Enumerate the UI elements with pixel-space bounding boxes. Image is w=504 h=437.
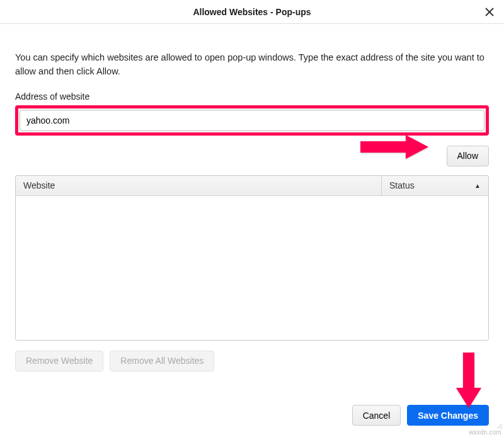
table-header: Website Status ▲ xyxy=(16,176,488,196)
svg-line-4 xyxy=(497,424,502,429)
cancel-button[interactable]: Cancel xyxy=(352,405,401,426)
titlebar: Allowed Websites - Pop-ups xyxy=(0,0,504,24)
close-icon xyxy=(484,7,495,17)
close-button[interactable] xyxy=(483,5,496,19)
address-highlight-annotation xyxy=(15,105,489,136)
address-label: Address of website xyxy=(15,91,489,102)
remove-website-button[interactable]: Remove Website xyxy=(15,351,103,371)
watermark-text: wsxdn.com xyxy=(469,429,501,436)
svg-line-6 xyxy=(501,428,502,429)
websites-table: Website Status ▲ xyxy=(15,175,489,341)
dialog-title: Allowed Websites - Pop-ups xyxy=(193,7,311,17)
sort-caret-icon: ▲ xyxy=(474,182,481,189)
description-text: You can specify which websites are allow… xyxy=(15,50,489,79)
column-website[interactable]: Website xyxy=(16,176,381,195)
resize-grip-icon xyxy=(495,421,503,428)
column-status[interactable]: Status ▲ xyxy=(381,176,488,195)
column-status-label: Status xyxy=(389,180,415,190)
column-website-label: Website xyxy=(23,180,55,190)
footer-buttons: Cancel Save Changes xyxy=(352,405,489,426)
table-body-empty xyxy=(16,196,488,340)
allow-button[interactable]: Allow xyxy=(447,146,489,166)
save-changes-button[interactable]: Save Changes xyxy=(407,405,489,426)
remove-all-websites-button[interactable]: Remove All Websites xyxy=(110,351,214,371)
dialog-content: You can specify which websites are allow… xyxy=(0,24,504,371)
address-input[interactable] xyxy=(20,110,484,131)
